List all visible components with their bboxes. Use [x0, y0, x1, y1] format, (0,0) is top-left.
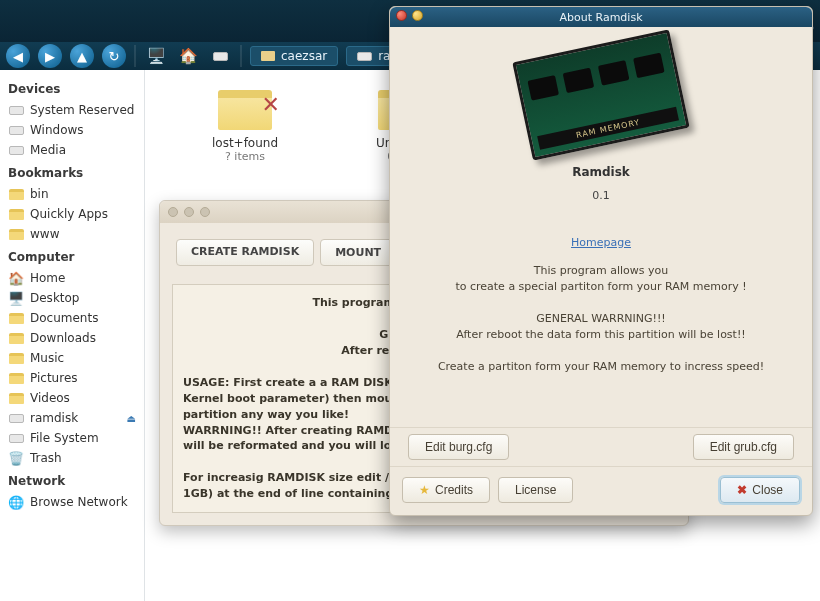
- sidebar-item-file-system[interactable]: File System: [0, 428, 144, 448]
- forward-button[interactable]: ▶: [38, 44, 62, 68]
- arrow-right-icon: ▶: [45, 49, 55, 64]
- eject-icon[interactable]: ⏏: [127, 413, 136, 424]
- sidebar-item-label: Browse Network: [30, 495, 128, 509]
- program-name: Ramdisk: [408, 165, 794, 179]
- sidebar-item-downloads[interactable]: Downloads: [0, 328, 144, 348]
- sidebar-item-media[interactable]: Media: [0, 140, 144, 160]
- folder-subtitle: ? items: [175, 150, 315, 163]
- license-button[interactable]: License: [498, 477, 573, 503]
- about-description: This program allows you to create a spec…: [408, 263, 794, 375]
- minimize-icon[interactable]: [412, 10, 423, 21]
- sidebar-item-music[interactable]: Music: [0, 348, 144, 368]
- arrow-up-icon: ▲: [77, 49, 87, 64]
- homepage-link[interactable]: Homepage: [408, 236, 794, 249]
- sidebar-item-label: Downloads: [30, 331, 96, 345]
- sidebar-item-label: Music: [30, 351, 64, 365]
- toolbar-separator: [240, 45, 242, 67]
- sidebar-item-windows[interactable]: Windows: [0, 120, 144, 140]
- sidebar-item-desktop[interactable]: 🖥️Desktop: [0, 288, 144, 308]
- reload-button[interactable]: ↻: [102, 44, 126, 68]
- sidebar-item-label: www: [30, 227, 59, 241]
- sidebar-item-bin[interactable]: bin: [0, 184, 144, 204]
- sidebar-item-label: Quickly Apps: [30, 207, 108, 221]
- sidebar-item-documents[interactable]: Documents: [0, 308, 144, 328]
- sidebar-item-quickly-apps[interactable]: Quickly Apps: [0, 204, 144, 224]
- sidebar-item-home[interactable]: 🏠Home: [0, 268, 144, 288]
- sidebar-item-label: Videos: [30, 391, 70, 405]
- sidebar-item-browse-network[interactable]: 🌐Browse Network: [0, 492, 144, 512]
- sidebar-item-label: Documents: [30, 311, 98, 325]
- computer-icon[interactable]: 🖥️: [144, 46, 168, 66]
- sidebar-heading-network: Network: [0, 468, 144, 492]
- sidebar-item-label: Pictures: [30, 371, 78, 385]
- up-button[interactable]: ▲: [70, 44, 94, 68]
- ram-image-label: RAM MEMORY: [537, 107, 679, 150]
- reload-icon: ↻: [109, 49, 120, 64]
- maximize-icon[interactable]: [200, 207, 210, 217]
- breadcrumb-caezsar[interactable]: caezsar: [250, 46, 338, 66]
- locked-icon: ✕: [262, 92, 280, 117]
- back-button[interactable]: ◀: [6, 44, 30, 68]
- home-icon[interactable]: 🏠: [176, 46, 200, 66]
- folder-label: lost+found: [175, 136, 315, 150]
- sidebar-item-label: File System: [30, 431, 99, 445]
- sidebar-item-system-reserved[interactable]: System Reserved: [0, 100, 144, 120]
- sidebar-item-label: bin: [30, 187, 49, 201]
- file-manager-sidebar: Devices System Reserved Windows Media Bo…: [0, 70, 145, 601]
- program-version: 0.1: [408, 189, 794, 202]
- toolbar-separator: [134, 45, 136, 67]
- sidebar-item-label: ramdisk: [30, 411, 78, 425]
- folder-icon: [261, 51, 275, 61]
- sidebar-item-videos[interactable]: Videos: [0, 388, 144, 408]
- folder-lost-found[interactable]: ✕ lost+found ? items: [175, 90, 315, 163]
- close-icon[interactable]: [168, 207, 178, 217]
- ram-module-image: RAM MEMORY: [512, 29, 689, 160]
- drive-icon[interactable]: [208, 46, 232, 66]
- tab-mount[interactable]: MOUNT: [320, 239, 396, 266]
- sidebar-item-label: Windows: [30, 123, 84, 137]
- close-x-icon: ✖: [737, 483, 747, 497]
- drive-icon: [357, 52, 372, 61]
- sidebar-heading-bookmarks: Bookmarks: [0, 160, 144, 184]
- credits-button[interactable]: ★Credits: [402, 477, 490, 503]
- about-title: About Ramdisk: [559, 11, 642, 24]
- minimize-icon[interactable]: [184, 207, 194, 217]
- about-titlebar[interactable]: About Ramdisk: [390, 7, 812, 27]
- arrow-left-icon: ◀: [13, 49, 23, 64]
- sidebar-item-ramdisk[interactable]: ramdisk⏏: [0, 408, 144, 428]
- edit-burg-button[interactable]: Edit burg.cfg: [408, 434, 509, 460]
- sidebar-item-label: System Reserved: [30, 103, 134, 117]
- tab-create-ramdisk[interactable]: CREATE RAMDISK: [176, 239, 314, 266]
- close-icon[interactable]: [396, 10, 407, 21]
- star-icon: ★: [419, 483, 430, 497]
- sidebar-heading-computer: Computer: [0, 244, 144, 268]
- sidebar-item-label: Trash: [30, 451, 62, 465]
- sidebar-item-www[interactable]: www: [0, 224, 144, 244]
- breadcrumb-label: caezsar: [281, 49, 327, 63]
- sidebar-item-label: Home: [30, 271, 65, 285]
- sidebar-item-label: Desktop: [30, 291, 80, 305]
- close-button[interactable]: ✖Close: [720, 477, 800, 503]
- edit-grub-button[interactable]: Edit grub.cfg: [693, 434, 794, 460]
- sidebar-heading-devices: Devices: [0, 76, 144, 100]
- sidebar-item-label: Media: [30, 143, 66, 157]
- sidebar-item-pictures[interactable]: Pictures: [0, 368, 144, 388]
- sidebar-item-trash[interactable]: 🗑️Trash: [0, 448, 144, 468]
- about-dialog: About Ramdisk RAM MEMORY Ramdisk 0.1 Hom…: [389, 6, 813, 516]
